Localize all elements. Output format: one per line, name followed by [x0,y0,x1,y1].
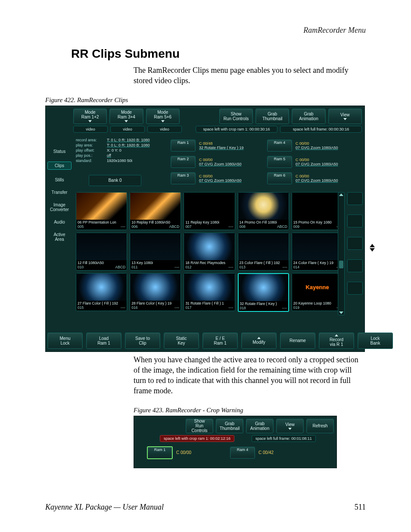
label: Ram 1+2 [75,115,105,119]
rail-stills[interactable]: Stills [47,177,72,182]
clip-id: 008 [240,224,246,229]
rail-transfer[interactable]: Transfer [47,190,72,195]
knob-indicator [367,244,377,259]
clip-thumbnail[interactable]: 12 Fill 1080iA50010ABCD [76,233,127,271]
clip-title: 12 Fill 1080iA50 [76,260,127,265]
ee-button[interactable]: E / ERam 1 [202,333,238,349]
grab-thumbnail-button[interactable]: GrabThumbnail [216,419,243,433]
label: Grab [258,112,287,116]
clip-title: 11 Replay Key 1080i [184,220,234,224]
clip-id: 017 [185,305,191,310]
video-pill-1[interactable]: video [73,126,108,133]
label: Image [53,202,65,207]
label: Load [88,336,119,341]
rail-image-converter[interactable]: Image Converter [47,202,72,212]
space-left-crop-warning: space left with crop ram 1: 00:02:12:16 [160,435,234,442]
space-left-fullframe: space left full frame: 00:01:08:11 [252,435,316,442]
clip-meta: ---- [228,305,233,310]
value: C 00/00 [296,141,309,146]
label: Thumbnail [218,426,241,431]
load-button[interactable]: LoadRam 1 [86,333,121,349]
rail-audio[interactable]: Audio [47,220,72,224]
ram-6-button[interactable]: Ram 6 [267,172,292,184]
clip-thumbnail[interactable]: 11 Replay Key 1080i007---- [184,192,235,230]
rename-button[interactable]: Rename [280,333,315,349]
ram-1-button[interactable]: Ram 1 [171,140,196,152]
right-slot[interactable] [347,215,363,227]
modify-button[interactable]: Modify [241,333,277,349]
refresh-button[interactable]: Refresh [306,419,334,433]
clip-thumbnail[interactable]: 10 Replay Fill 1080iA50006ABCD [130,192,181,230]
label: Animation [294,116,323,121]
label: Menu [50,336,81,341]
ram-4-button[interactable]: Ram 4 [230,447,255,459]
clip-id: 016 [131,305,137,310]
ram-4-button[interactable]: Ram 4 [267,140,292,152]
running-head: RamRecorder Menu [45,26,366,35]
grab-thumbnail-button[interactable]: Grab Thumbnail [255,109,289,124]
rail-clips[interactable]: Clips [47,162,72,170]
mode-ram56-button[interactable]: Mode Ram 5+6 [146,109,180,124]
mode-ram12-button[interactable]: Mode Ram 1+2 [73,109,107,124]
clip-thumbnail[interactable]: 18 RAM Rec Playmodes012---- [184,233,235,271]
record-button[interactable]: Recordvia R 1 [319,333,354,349]
clip-thumbnail[interactable]: Kayenne20 Kayenne Loop 1080019---- [292,273,343,311]
clip-thumbnail[interactable]: 14 Promo On Fill 1080i008ABCD [238,192,289,230]
value: 32 Rotate Flare ( Key ) 19 [199,146,244,150]
grab-animation-button[interactable]: GrabAnimation [246,419,274,433]
clip-thumbnail[interactable]: 15 Promo On Key 1080009---- [292,192,343,230]
label: record area: [76,138,104,142]
clip-meta: ---- [282,265,287,269]
clip-thumbnail[interactable]: 13 Key 1080i011---- [130,233,181,271]
scroll-handle[interactable] [339,261,343,268]
clip-thumbnail[interactable]: 27 Flare Color ( Fill ) 192015---- [76,273,127,311]
rail-status[interactable]: Status [47,149,72,154]
value: 07 GVG Zoom 1080iA50 [296,178,338,183]
ram-5-button[interactable]: Ram 5 [267,156,292,168]
clip-id: 019 [293,305,299,310]
label: View [278,422,302,427]
video-pill-2[interactable]: video [110,126,145,133]
clip-thumbnail[interactable]: 23 Color Flare ( Fill ) 192013---- [238,233,289,271]
clip-title: 28 Flare Color ( Key ) 19 [130,301,181,305]
static-key-button[interactable]: StaticKey [164,333,199,349]
clip-meta: ABCD [169,224,180,229]
save-to-clip-button[interactable]: Save toClip [125,333,160,349]
right-slot[interactable] [347,282,363,295]
mode-ram34-button[interactable]: Mode Ram 3+4 [109,109,143,124]
grab-animation-button[interactable]: Grab Animation [292,109,325,124]
view-button[interactable]: View [276,419,304,433]
clip-id: 005 [78,224,84,229]
scroll-down-icon[interactable] [339,311,343,314]
value: C 00/48 [199,141,213,146]
clip-thumbnail[interactable]: 32 Rotate Flare ( Key )018---- [238,273,289,312]
view-button[interactable]: View [328,109,362,124]
lock-bank-button[interactable]: LockBank [358,333,393,349]
scroll-up-icon[interactable] [339,193,343,196]
right-slot[interactable] [347,259,363,272]
video-pill-3[interactable]: video [147,126,182,133]
ram-3-button[interactable]: Ram 3 [171,172,196,184]
clip-thumbnail[interactable]: 28 Flare Color ( Key ) 19016---- [130,273,181,311]
rail-active-area[interactable]: Active Area [47,232,72,242]
label: Show [221,112,251,116]
clip-title: 14 Promo On Fill 1080i [238,220,289,224]
menu-lock-button[interactable]: MenuLock [47,333,83,349]
label: Thumbnail [258,116,287,121]
show-run-controls-button[interactable]: Show Run Controls [219,109,253,124]
value: 07 GVG Zoom 1080iA50 [296,162,338,166]
right-slot-column [347,192,363,295]
clip-thumbnail[interactable]: 31 Rotate Flare ( Fill ) 1017---- [184,273,235,311]
bank-indicator[interactable]: Bank 0 [89,175,141,186]
right-slot[interactable] [347,237,363,250]
clip-preview-image [76,233,127,260]
clip-thumbnail[interactable]: 24 Color Flare ( Key ) 19014---- [292,233,343,271]
show-run-controls-button[interactable]: ShowRun Controls [186,419,213,433]
right-slot[interactable] [347,192,363,205]
ram-1-button[interactable]: Ram 1 [147,446,173,459]
clip-preview-image [130,193,181,220]
label: Grab [248,421,271,426]
ram-2-button[interactable]: Ram 2 [171,156,196,168]
thumbnail-scrollbar[interactable] [338,192,345,315]
clip-thumbnail[interactable]: 06 PP Presentation Lon005---- [76,192,127,230]
